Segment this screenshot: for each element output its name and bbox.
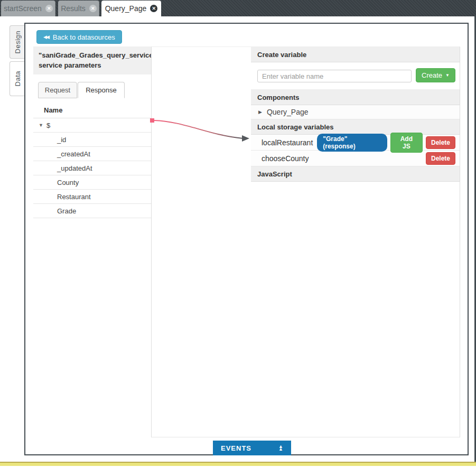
back-to-datasources-button[interactable]: ◀◀ Back to datasources bbox=[36, 30, 122, 44]
top-tab-bar: startScreen ✕ Results ✕ Query_Page ✕ bbox=[0, 0, 476, 16]
tree-column-header: Name bbox=[33, 102, 151, 118]
javascript-header: JavaScript bbox=[251, 166, 460, 182]
variable-name-input[interactable] bbox=[257, 70, 412, 82]
tab-results[interactable]: Results ✕ bbox=[58, 1, 99, 16]
tree-row-id[interactable]: _id bbox=[33, 133, 151, 147]
delete-button[interactable]: Delete bbox=[426, 136, 455, 149]
variable-row-choosecounty: chooseCounty Delete bbox=[251, 151, 460, 166]
tab-response[interactable]: Response bbox=[78, 82, 125, 98]
chevron-up-icon: ▲ bbox=[278, 448, 283, 451]
variable-name: chooseCounty bbox=[262, 154, 309, 163]
caret-right-icon[interactable]: ▶ bbox=[258, 109, 262, 115]
tree-node-label: _updatedAt bbox=[57, 164, 92, 172]
component-query-page-row[interactable]: ▶ Query_Page bbox=[251, 105, 460, 119]
delete-button[interactable]: Delete bbox=[426, 152, 455, 165]
component-label: Query_Page bbox=[267, 108, 309, 116]
create-variable-header: Create variable bbox=[251, 47, 460, 62]
create-button-label: Create bbox=[422, 71, 442, 79]
variable-name: localRestaurant bbox=[262, 138, 313, 147]
tree-row-grade[interactable]: Grade bbox=[33, 204, 151, 218]
back-button-label: Back to datasources bbox=[53, 33, 115, 41]
service-name: "saniGrade_Grades_query_service" bbox=[39, 50, 146, 60]
tree-node-label: _id bbox=[57, 136, 66, 144]
tab-label: Results bbox=[61, 4, 86, 13]
tree-node-label: County bbox=[57, 179, 79, 186]
tab-label: Query_Page bbox=[105, 4, 147, 13]
side-tab-label: Design bbox=[14, 31, 22, 53]
tab-startscreen[interactable]: startScreen ✕ bbox=[1, 1, 55, 16]
mapping-badge: "Grade" (response) bbox=[317, 134, 387, 152]
caret-down-icon: ▼ bbox=[445, 73, 450, 78]
service-parameters-column: "saniGrade_Grades_query_service" service… bbox=[33, 46, 151, 437]
service-title: "saniGrade_Grades_query_service" service… bbox=[33, 46, 151, 74]
tree-row-createdat[interactable]: _createdAt bbox=[33, 147, 151, 161]
tree-node-label: $ bbox=[46, 122, 50, 129]
close-icon[interactable]: ✕ bbox=[89, 5, 97, 12]
tree-node-label: Restaurant bbox=[57, 193, 91, 201]
events-bar[interactable]: EVENTS ▲ ▲ bbox=[213, 441, 291, 455]
close-icon[interactable]: ✕ bbox=[45, 5, 53, 12]
rewind-icon: ◀◀ bbox=[43, 34, 50, 40]
variable-row-localrestaurant: localRestaurant "Grade" (response) Add J… bbox=[251, 135, 460, 151]
side-tab-label: Data bbox=[14, 71, 22, 86]
tree-row-county[interactable]: County bbox=[33, 175, 151, 190]
local-storage-header: Local storage variables bbox=[251, 119, 460, 135]
variables-column: Create variable Create ▼ Components ▶ Qu… bbox=[251, 46, 460, 437]
request-response-tabs: Request Response bbox=[33, 82, 151, 98]
add-js-button[interactable]: Add JS bbox=[390, 133, 423, 153]
side-tab-design[interactable]: Design bbox=[10, 25, 25, 59]
mapping-canvas bbox=[151, 46, 251, 437]
tree-node-label: _createdAt bbox=[57, 150, 90, 158]
components-header: Components bbox=[251, 90, 460, 105]
tab-request[interactable]: Request bbox=[38, 82, 77, 98]
side-tab-data[interactable]: Data bbox=[10, 61, 25, 96]
tab-label: startScreen bbox=[4, 4, 42, 13]
events-label: EVENTS bbox=[221, 444, 251, 452]
tree-row-updatedat[interactable]: _updatedAt bbox=[33, 161, 151, 175]
tree-node-label: Grade bbox=[57, 207, 76, 215]
create-button[interactable]: Create ▼ bbox=[416, 68, 455, 82]
bottom-accent-band bbox=[0, 462, 476, 466]
caret-down-icon[interactable]: ▼ bbox=[39, 123, 43, 128]
tree-row-restaurant[interactable]: Restaurant bbox=[33, 190, 151, 204]
collapse-up-icon[interactable]: ▲ ▲ bbox=[278, 445, 283, 451]
tree-root-row[interactable]: ▼ $ bbox=[33, 118, 151, 133]
service-subtitle: service parameters bbox=[39, 60, 146, 70]
data-mapping-panel: ◀◀ Back to datasources "saniGrade_Grades… bbox=[24, 23, 469, 455]
create-variable-row: Create ▼ bbox=[251, 62, 460, 90]
close-icon[interactable]: ✕ bbox=[150, 5, 157, 12]
tab-query-page[interactable]: Query_Page ✕ bbox=[101, 1, 161, 16]
